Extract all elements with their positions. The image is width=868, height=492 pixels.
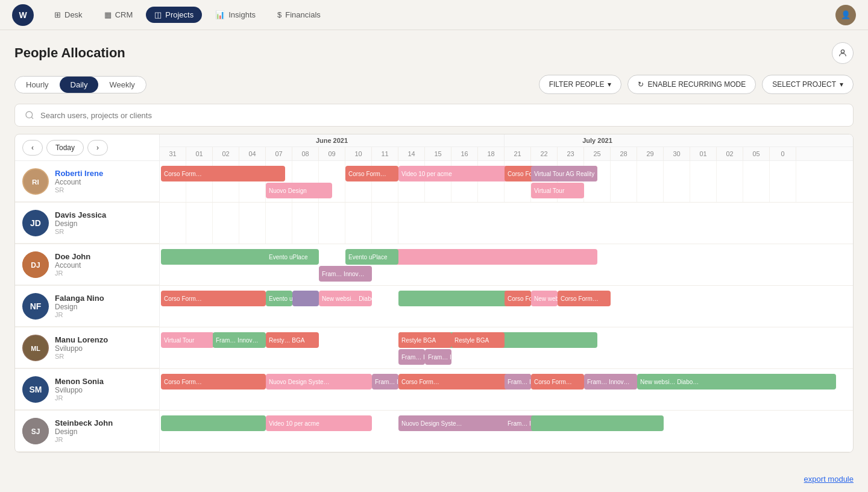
chevron-down-icon: ▾ <box>608 80 611 89</box>
event-evento-uplace-doe2[interactable]: Evento uPlace <box>345 249 398 265</box>
person-doe: DJ Doe John Account JR <box>15 244 160 285</box>
avatar-image-steinbeck: SJ <box>22 418 49 444</box>
event-fram-innov-manu2[interactable]: Fram… Innov… <box>398 349 425 365</box>
event-video-steinbeck[interactable]: Video 10 per acme <box>266 415 372 431</box>
today-btn[interactable]: Today <box>46 140 84 156</box>
event-corso-form-3[interactable]: Corso Form… <box>345 166 398 181</box>
person-role-steinbeck: JR <box>55 436 152 443</box>
event-green-steinbeck[interactable] <box>161 415 266 431</box>
person-name-roberti: Roberti Irene <box>55 169 152 178</box>
svg-point-1 <box>26 112 33 118</box>
filter-people-btn[interactable]: FILTER PEOPLE ▾ <box>539 75 622 94</box>
svg-text:DJ: DJ <box>31 261 40 270</box>
svg-text:ML: ML <box>31 344 40 352</box>
person-davis: JD Davis Jessica Design SR <box>15 203 160 244</box>
row-doe: DJ Doe John Account JR Evento uPlace Eve… <box>15 244 853 286</box>
event-evento-uplace-doe1[interactable]: Evento uPlace <box>266 249 319 265</box>
svg-text:RI: RI <box>32 177 39 186</box>
next-btn[interactable]: › <box>87 140 108 156</box>
person-falanga: NF Falanga Nino Design JR <box>15 286 160 327</box>
event-fram-innov-menon[interactable]: Fram… Innov… <box>372 374 398 390</box>
nav-projects[interactable]: ◫ Projects <box>146 7 202 23</box>
nav-financials[interactable]: $ Financials <box>269 7 329 23</box>
nav-financials-label: Financials <box>285 10 321 19</box>
person-role-menon: JR <box>55 394 152 402</box>
event-restyle-bga-manu2[interactable]: Restyle BGA <box>398 332 451 348</box>
person-info-menon: Menon Sonia Sviluppo JR <box>55 377 152 402</box>
app-logo[interactable]: W <box>12 4 34 26</box>
date-30: 30 <box>664 147 690 160</box>
enable-recurring-btn[interactable]: ↻ ENABLE RECURRING MODE <box>627 75 756 94</box>
date-28: 28 <box>611 147 637 160</box>
daily-view-btn[interactable]: Daily <box>60 77 99 93</box>
svg-line-2 <box>31 117 33 119</box>
date-08: 08 <box>292 147 319 160</box>
person-roberti: RI Roberti Irene Account SR <box>15 161 160 202</box>
date-14: 14 <box>398 147 425 160</box>
event-corso-falanga[interactable]: Corso Form… <box>161 291 266 306</box>
timeline-manu: Virtual Tour Fram… Innov… Resty… BGA Res… <box>160 327 853 368</box>
nav-crm[interactable]: ▦ CRM <box>96 7 142 23</box>
event-virtual-tour-manu[interactable]: Virtual Tour <box>161 332 214 348</box>
date-15: 15 <box>425 147 451 160</box>
person-dept-manu: Sviluppo <box>55 344 152 353</box>
toolbar-right: FILTER PEOPLE ▾ ↻ ENABLE RECURRING MODE … <box>539 75 854 94</box>
event-corso-form-1[interactable]: Corso Form… <box>161 166 285 181</box>
row-davis: JD Davis Jessica Design SR <box>15 203 853 244</box>
event-evento-falanga[interactable]: Evento uPlace <box>266 291 292 306</box>
event-nuovo-design[interactable]: Nuovo Design <box>266 183 332 198</box>
avatar-image-manu: ML <box>24 335 48 361</box>
top-nav: W ⊞ Desk ▦ CRM ◫ Projects 📊 Insights $ F… <box>0 0 868 30</box>
event-green-steinbeck2[interactable] <box>531 415 664 431</box>
event-new-websi-falanga[interactable]: New websi… Diabo… <box>319 291 372 306</box>
view-toggle: Hourly Daily Weekly <box>14 76 146 93</box>
user-avatar[interactable]: 👤 <box>835 5 856 25</box>
event-restyle-bga-manu3[interactable]: Restyle BGA <box>451 332 505 348</box>
event-new-websi-menon[interactable]: New websi… Diabo… <box>637 374 836 390</box>
insights-icon: 📊 <box>215 10 225 19</box>
prev-btn[interactable]: ‹ <box>22 140 43 156</box>
event-fram-innov-menon2[interactable]: Fram… Innov… <box>505 374 531 390</box>
event-new-websi-falanga2[interactable]: New websi… Diabo… <box>531 291 558 306</box>
avatar-doe: DJ <box>22 251 49 278</box>
person-menon: SM Menon Sonia Sviluppo JR <box>15 369 160 410</box>
chevron-left-icon: ‹ <box>31 144 34 152</box>
page-action-button[interactable] <box>832 42 854 64</box>
july-label: July 2021 <box>505 134 690 147</box>
avatar-manu: ML <box>22 335 49 361</box>
event-resty-bga-manu1[interactable]: Resty… BGA <box>266 332 319 348</box>
person-name-manu: Manu Lorenzo <box>55 335 152 344</box>
date-22: 22 <box>531 147 558 160</box>
event-frame-innov-doe[interactable]: Fram… Innov… <box>319 266 372 282</box>
june-label: June 2021 <box>160 134 505 147</box>
event-fram-innov-manu3[interactable]: Fram… Innov… <box>425 349 451 365</box>
dates-row: 31 01 02 04 07 08 09 10 11 14 15 16 18 2… <box>160 147 853 160</box>
avatar-falanga: NF <box>22 293 49 320</box>
event-purple-falanga[interactable] <box>292 291 319 306</box>
search-input[interactable] <box>40 111 843 120</box>
hourly-view-btn[interactable]: Hourly <box>15 77 60 93</box>
event-corso-menon[interactable]: Corso Form… <box>161 374 266 390</box>
weekly-view-btn[interactable]: Weekly <box>98 77 145 93</box>
export-link[interactable]: export module <box>804 475 854 484</box>
timeline-roberti: Corso Form… Video 10 per acme Corso Form… <box>160 161 853 202</box>
nav-desk[interactable]: ⊞ Desk <box>46 7 91 23</box>
event-corso-menon3[interactable]: Corso Form… <box>531 374 584 390</box>
event-pink-doe[interactable] <box>372 249 597 265</box>
event-fram-innov-menon3[interactable]: Fram… Innov… <box>584 374 637 390</box>
event-nuovo-design-menon[interactable]: Nuovo Design Syste… <box>266 374 372 390</box>
event-corso-falanga3[interactable]: Corso Form… <box>558 291 611 306</box>
event-fram-innov-manu[interactable]: Fram… Innov… <box>213 332 266 348</box>
nav-insights[interactable]: 📊 Insights <box>207 7 264 23</box>
date-07: 07 <box>266 147 292 160</box>
event-virtual-tour-2[interactable]: Virtual Tour <box>531 183 584 198</box>
select-project-btn[interactable]: SELECT PROJECT ▾ <box>762 75 854 94</box>
date-29: 29 <box>637 147 664 160</box>
person-icon <box>838 48 848 58</box>
person-dept-menon: Sviluppo <box>55 386 152 394</box>
date-j05: 05 <box>743 147 770 160</box>
date-23: 23 <box>558 147 584 160</box>
date-25: 25 <box>584 147 611 160</box>
event-virtual-tour-ag[interactable]: Virtual Tour AG Reality <box>531 166 597 181</box>
event-corso-falanga2[interactable]: Corso Form… <box>505 291 531 306</box>
